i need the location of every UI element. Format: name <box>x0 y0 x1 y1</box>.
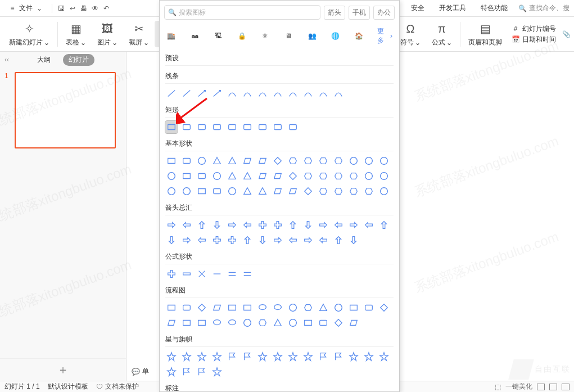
formula-button[interactable]: π 公式 ⌄ <box>426 21 458 47</box>
shape-item[interactable] <box>256 317 269 329</box>
shape-item[interactable] <box>287 350 299 363</box>
shape-item[interactable] <box>347 219 360 231</box>
shape-item[interactable] <box>241 301 254 314</box>
tab-safety[interactable]: 安全 <box>406 1 429 15</box>
add-slide-button[interactable]: ＋ <box>0 358 126 381</box>
shape-item[interactable] <box>272 350 284 363</box>
shape-item[interactable] <box>180 301 193 314</box>
more-presets-link[interactable]: 更多 › <box>377 26 392 46</box>
shape-item[interactable] <box>287 301 299 314</box>
preset-icon[interactable]: 🏠 <box>354 30 364 42</box>
screenshot-button[interactable]: ✂ 截屏 ⌄ <box>123 21 155 47</box>
shape-item[interactable] <box>302 317 314 329</box>
date-time-button[interactable]: 📅日期和时间 <box>511 35 556 44</box>
image-button[interactable]: 🖼 图片 ⌄ <box>92 21 123 47</box>
shape-item[interactable] <box>378 219 390 231</box>
shape-item[interactable] <box>196 350 208 363</box>
shape-item[interactable] <box>256 185 269 197</box>
shape-item[interactable] <box>211 317 223 329</box>
shape-item[interactable] <box>226 301 238 314</box>
shape-item[interactable] <box>302 155 314 167</box>
shape-item[interactable] <box>347 185 360 197</box>
shape-item[interactable] <box>363 219 375 231</box>
shape-item[interactable] <box>196 87 208 100</box>
shape-item[interactable] <box>317 155 329 167</box>
shape-item[interactable] <box>317 301 329 314</box>
shape-item[interactable] <box>226 350 238 363</box>
shape-item[interactable] <box>347 170 360 182</box>
slide-number-button[interactable]: #幻灯片编号 <box>511 24 556 34</box>
shape-item[interactable] <box>287 234 299 246</box>
shape-item[interactable] <box>363 170 375 182</box>
shape-item[interactable] <box>226 317 238 329</box>
shape-item[interactable] <box>287 170 299 182</box>
shape-item[interactable] <box>180 317 193 329</box>
shape-item[interactable] <box>317 170 329 182</box>
shape-item[interactable] <box>165 317 178 329</box>
shape-item[interactable] <box>347 350 360 363</box>
shape-item[interactable] <box>180 350 193 363</box>
slides-tab[interactable]: 幻灯片 <box>63 54 94 66</box>
shape-item[interactable] <box>347 234 360 246</box>
save-icon[interactable]: 🖫 <box>57 4 66 13</box>
shape-item[interactable] <box>226 219 238 231</box>
shape-item[interactable] <box>165 121 178 133</box>
filter-arrow[interactable]: 箭头 <box>324 6 345 20</box>
shape-item[interactable] <box>211 170 223 182</box>
shape-item[interactable] <box>241 350 254 363</box>
shape-item[interactable] <box>287 185 299 197</box>
shape-item[interactable] <box>317 317 329 329</box>
notes-icon[interactable]: 💬 <box>131 367 140 376</box>
shape-item[interactable] <box>347 317 360 329</box>
icon-search-input[interactable]: 🔍 搜索图标 <box>164 5 320 20</box>
command-search[interactable]: 🔍查找命令、搜 <box>518 3 570 13</box>
shape-item[interactable] <box>256 350 269 363</box>
shape-item[interactable] <box>165 234 178 246</box>
shape-item[interactable] <box>180 121 193 133</box>
preset-icon[interactable]: 🔒 <box>237 30 247 42</box>
shape-item[interactable] <box>241 234 254 246</box>
shape-item[interactable] <box>302 219 314 231</box>
shape-item[interactable] <box>317 87 329 100</box>
shape-item[interactable] <box>196 185 208 197</box>
shape-item[interactable] <box>332 170 345 182</box>
shape-item[interactable] <box>241 219 254 231</box>
shapes-scroll-area[interactable]: 预设 线条 矩形 基本形状 箭头总汇 公式形状 流程图 <box>160 51 399 391</box>
preview-icon[interactable]: 👁 <box>91 4 100 13</box>
template-name[interactable]: 默认设计模板 <box>48 382 88 391</box>
shape-item[interactable] <box>180 155 193 167</box>
shape-item[interactable] <box>241 317 254 329</box>
shape-item[interactable] <box>363 301 375 314</box>
view-normal-icon[interactable] <box>537 384 545 390</box>
table-button[interactable]: ▦ 表格 ⌄ <box>60 21 92 47</box>
shape-item[interactable] <box>347 155 360 167</box>
back-icon[interactable]: ↩ <box>68 4 77 13</box>
cube-icon[interactable]: ⬚ <box>495 383 501 391</box>
shape-item[interactable] <box>332 87 345 100</box>
shape-item[interactable] <box>226 170 238 182</box>
shape-item[interactable] <box>165 155 178 167</box>
shape-item[interactable] <box>272 155 284 167</box>
shape-item[interactable] <box>332 234 345 246</box>
shape-item[interactable] <box>226 87 238 100</box>
shape-item[interactable] <box>241 155 254 167</box>
shape-item[interactable] <box>302 234 314 246</box>
shape-item[interactable] <box>196 155 208 167</box>
shape-item[interactable] <box>196 234 208 246</box>
shape-item[interactable] <box>302 301 314 314</box>
shape-item[interactable] <box>180 366 193 378</box>
shape-item[interactable] <box>211 155 223 167</box>
shape-item[interactable] <box>332 155 345 167</box>
shape-item[interactable] <box>211 350 223 363</box>
shape-item[interactable] <box>211 301 223 314</box>
shape-item[interactable] <box>165 350 178 363</box>
view-sorter-icon[interactable] <box>549 384 557 390</box>
beautify-button[interactable]: 一键美化 <box>505 382 532 391</box>
shape-item[interactable] <box>287 219 299 231</box>
shape-item[interactable] <box>196 301 208 314</box>
shape-item[interactable] <box>165 185 178 197</box>
preset-icon[interactable]: 🌐 <box>331 30 341 42</box>
shape-item[interactable] <box>317 185 329 197</box>
shape-item[interactable] <box>256 301 269 314</box>
doc-protect-status[interactable]: 🛡文档未保护 <box>96 382 139 391</box>
